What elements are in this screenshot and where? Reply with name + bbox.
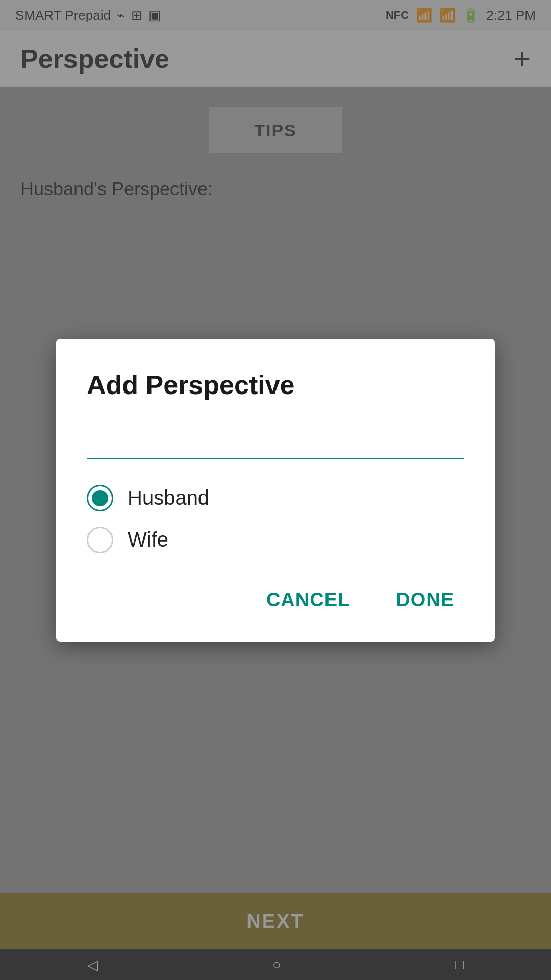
- perspective-name-input[interactable]: [87, 426, 464, 459]
- cancel-button[interactable]: CANCEL: [256, 584, 360, 616]
- radio-husband-label: Husband: [128, 486, 209, 509]
- radio-husband-circle[interactable]: [87, 485, 113, 511]
- dialog-actions: CANCEL DONE: [87, 584, 464, 616]
- done-button[interactable]: DONE: [386, 584, 464, 616]
- radio-option-husband[interactable]: Husband: [87, 485, 464, 511]
- radio-wife-label: Wife: [128, 528, 168, 551]
- radio-option-wife[interactable]: Wife: [87, 527, 464, 553]
- dialog-overlay: Add Perspective Husband Wife CANCEL DONE: [0, 0, 551, 980]
- radio-group: Husband Wife: [87, 485, 464, 553]
- dialog-title: Add Perspective: [87, 370, 464, 400]
- radio-husband-inner: [92, 490, 108, 506]
- radio-wife-circle[interactable]: [87, 527, 113, 553]
- add-perspective-dialog: Add Perspective Husband Wife CANCEL DONE: [56, 339, 495, 642]
